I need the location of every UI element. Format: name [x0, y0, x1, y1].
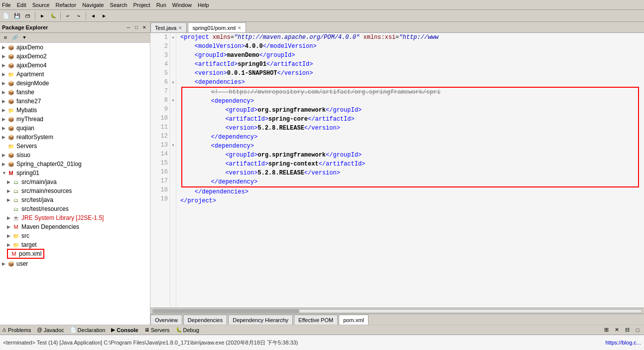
menu-navigate[interactable]: Navigate	[82, 2, 104, 8]
panel-minimize[interactable]: ─	[125, 24, 132, 31]
menu-source[interactable]: Source	[32, 2, 50, 8]
sidebar-item-maven-deps[interactable]: ▶ M Maven Dependencies	[0, 222, 150, 231]
label-myThread: myThread	[16, 116, 43, 123]
label-fanshe: fanshe	[16, 89, 34, 96]
sidebar-item-ajaxDemo4[interactable]: ▶ 📦 ajaxDemo4	[0, 61, 150, 70]
label-Apartment: Apartment	[16, 71, 44, 78]
fold-8[interactable]: ▾	[170, 96, 176, 105]
fold-1[interactable]: ▾	[170, 33, 176, 42]
toolbar-run[interactable]: ▶	[37, 11, 47, 20]
sidebar-item-realtorSystem[interactable]: ▶ 📦 realtorSystem	[0, 133, 150, 142]
sidebar-item-jre-library[interactable]: ▶ ☕ JRE System Library [J2SE-1.5]	[0, 213, 150, 222]
sidebar-item-src[interactable]: ▶ 📁 src	[0, 231, 150, 240]
tab-test-java-close[interactable]: ✕	[178, 25, 182, 30]
code-line-12: </dependency>	[182, 133, 638, 142]
sidebar-item-fanshe27[interactable]: ▶ 📦 fanshe27	[0, 97, 150, 106]
sidebar-item-user[interactable]: ▶ 📦 user	[0, 259, 150, 268]
bottom-tab-overview[interactable]: Overview	[150, 315, 182, 325]
status-tab-servers[interactable]: 🖥 Servers	[144, 327, 170, 333]
toolbar-new[interactable]: 📄	[1, 11, 11, 20]
explorer-menu[interactable]: ▼	[20, 34, 29, 42]
sidebar-item-myThread[interactable]: ▶ 📦 myThread	[0, 115, 150, 124]
sidebar-item-fanshe[interactable]: ▶ 📦 fanshe	[0, 88, 150, 97]
linenum-7: 7	[152, 87, 168, 96]
console-btn-3[interactable]: ⊟	[623, 326, 632, 334]
sidebar-item-src-main-java[interactable]: ▶ 🗂 src/main/java	[0, 177, 150, 186]
fold-13[interactable]: ▾	[170, 141, 176, 150]
sidebar-item-src-test-res[interactable]: ▶ 🗂 src/test/resources	[0, 204, 150, 213]
sidebar-item-designMode[interactable]: ▶ 📦 designMode	[0, 79, 150, 88]
status-tab-javadoc[interactable]: @ Javadoc	[37, 327, 64, 333]
toolbar-next[interactable]: ▶	[99, 11, 109, 20]
tab-pom-xml[interactable]: spring01/pom.xml ✕	[188, 22, 246, 32]
status-tab-declaration[interactable]: 📄 Declaration	[70, 327, 106, 333]
status-tab-problems[interactable]: ⚠ Problems	[2, 327, 31, 333]
scrollbar-track[interactable]	[152, 309, 642, 313]
toolbar-save[interactable]: 💾	[12, 11, 22, 20]
arrow-ajaxDemo: ▶	[2, 45, 7, 50]
console-btn-4[interactable]: □	[633, 326, 642, 334]
status-tab-console[interactable]: ▶ Console	[111, 327, 138, 333]
sidebar-item-quqian[interactable]: ▶ 📦 quqian	[0, 124, 150, 133]
sidebar-item-Mybatis[interactable]: ▶ 📁 Mybatis	[0, 106, 150, 115]
fold-column: ▾ ▾ ▾ ▾	[170, 33, 176, 308]
bottom-tab-pom-xml[interactable]: pom.xml	[339, 315, 369, 325]
icon-src-main-java: 🗂	[12, 178, 20, 186]
sidebar-item-pom-xml[interactable]: M pom.xml	[5, 249, 150, 258]
bottom-tab-effective-pom[interactable]: Effective POM	[294, 315, 338, 325]
tab-test-java[interactable]: Test.java ✕	[150, 22, 187, 32]
scrollbar-thumb[interactable]	[153, 310, 299, 313]
linenum-16: 16	[152, 168, 168, 176]
bottom-tab-hierarchy[interactable]: Dependency Hierarchy	[228, 315, 293, 325]
fold-6[interactable]: ▾	[170, 78, 176, 87]
icon-realtorSystem: 📦	[7, 133, 15, 141]
toolbar-redo[interactable]: ↪	[74, 11, 84, 20]
sidebar-item-Apartment[interactable]: ▶ 📁 Apartment	[0, 70, 150, 79]
code-line-8: <dependency>	[182, 97, 638, 106]
sidebar-item-sisuo[interactable]: ▶ 📦 sisuo	[0, 151, 150, 160]
menu-help[interactable]: Help	[198, 2, 209, 8]
console-btn-2[interactable]: ✕	[612, 326, 621, 334]
sidebar-item-ajaxDemo[interactable]: ▶ 📦 ajaxDemo	[0, 43, 150, 52]
status-tab-debug-label: Debug	[183, 327, 199, 333]
red-highlight-box: <!-- https://mvnrepository.com/artifact/…	[181, 87, 639, 187]
sidebar-item-target[interactable]: ▶ 📁 target	[0, 240, 150, 249]
linenum-15: 15	[152, 159, 168, 168]
status-tab-debug[interactable]: 🐛 Debug	[176, 327, 199, 333]
linenum-2: 2	[152, 42, 168, 51]
sidebar-item-Servers[interactable]: 📁 Servers	[0, 142, 150, 151]
linenum-19: 19	[152, 194, 168, 203]
explorer-link-editor[interactable]: 🔗	[10, 34, 19, 42]
toolbar-debug[interactable]: 🐛	[48, 11, 58, 20]
code-content[interactable]: <project xmlns="http://maven.apache.org/…	[176, 33, 644, 308]
menu-search[interactable]: Search	[110, 2, 128, 8]
sidebar-item-ajaxDemo2[interactable]: ▶ 📦 ajaxDemo2	[0, 52, 150, 61]
sidebar-item-spring01[interactable]: ▼ M spring01	[0, 169, 150, 177]
menu-run[interactable]: Run	[156, 2, 166, 8]
arrow-sisuo: ▶	[2, 153, 7, 158]
toolbar-prev[interactable]: ◀	[88, 11, 98, 20]
explorer-collapse-all[interactable]: ⊟	[1, 34, 10, 42]
bottom-tab-dependencies[interactable]: Dependencies	[183, 315, 227, 325]
tab-pom-xml-close[interactable]: ✕	[238, 25, 242, 30]
menu-window[interactable]: Window	[172, 2, 192, 8]
sidebar-item-src-test-java[interactable]: ▶ 🗂 src/test/java	[0, 195, 150, 204]
code-line-10: <artifactId>spring-core</artifactId>	[182, 115, 638, 124]
sidebar-item-src-main-res[interactable]: ▶ 🗂 src/main/resources	[0, 186, 150, 195]
console-btn-1[interactable]: ⊞	[602, 326, 611, 334]
bottom-tab-overview-label: Overview	[155, 317, 178, 323]
sidebar-item-Spring_chapter[interactable]: ▶ 📦 Spring_chapter02_01log	[0, 160, 150, 169]
horizontal-scrollbar[interactable]	[150, 308, 644, 314]
menu-project[interactable]: Project	[133, 2, 150, 8]
panel-maximize[interactable]: □	[133, 24, 140, 31]
menu-file[interactable]: File	[2, 2, 11, 8]
menu-edit[interactable]: Edit	[17, 2, 26, 8]
panel-close[interactable]: ✕	[141, 24, 148, 31]
toolbar-undo[interactable]: ↩	[63, 11, 73, 20]
toolbar-sep-2	[60, 12, 61, 20]
status-link[interactable]: https://blog.c...	[605, 340, 641, 346]
toolbar-save-all[interactable]: 🗃	[23, 11, 33, 20]
status-tab-servers-label: Servers	[151, 327, 170, 333]
menu-refactor[interactable]: Refactor	[56, 2, 77, 8]
icon-jre-library: ☕	[12, 214, 20, 222]
